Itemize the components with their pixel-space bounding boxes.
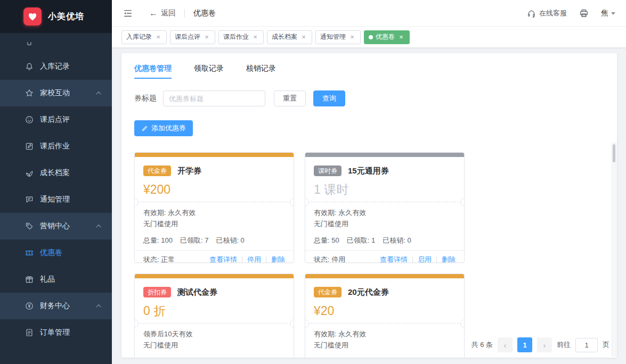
tag-label: 课后作业 bbox=[223, 32, 249, 42]
coupon-title: 测试代金券 bbox=[177, 287, 217, 297]
caret-down-icon bbox=[611, 12, 615, 15]
ticket-icon bbox=[25, 248, 34, 258]
content-area: 优惠卷管理领取记录核销记录 券标题 重置 查询 添加优惠券 代金券开学券¥200… bbox=[112, 48, 626, 364]
action-enable[interactable]: 启用 bbox=[418, 255, 432, 263]
collapse-sidebar-icon[interactable] bbox=[123, 8, 133, 19]
online-service-button[interactable]: 在线客服 bbox=[527, 9, 567, 18]
sidebar-item-label: 营销中心 bbox=[40, 221, 70, 231]
sidebar-item-after-class-review[interactable]: 课后点评 bbox=[0, 106, 112, 133]
sidebar-item-finance-center[interactable]: 财务中心 bbox=[0, 293, 112, 319]
coupon-accent-bar bbox=[135, 153, 294, 157]
page-1-button[interactable]: 1 bbox=[517, 337, 532, 352]
tab-coupon-management[interactable]: 优惠卷管理 bbox=[134, 64, 172, 79]
coupon-value: ¥200 bbox=[143, 181, 285, 197]
close-icon[interactable]: × bbox=[203, 34, 210, 41]
close-icon[interactable]: × bbox=[251, 34, 259, 41]
coupon-title: 开学券 bbox=[177, 166, 201, 176]
action-delete[interactable]: 删除 bbox=[442, 255, 456, 263]
sidebar-item-after-class-homework[interactable]: 课后作业 bbox=[0, 133, 112, 160]
tag-notice-management[interactable]: 通知管理× bbox=[315, 30, 361, 44]
sidebar-item-growth-archive[interactable]: 成长档案 bbox=[0, 160, 112, 186]
coupon-status: 状态: 正常 bbox=[143, 255, 175, 263]
app-logo: 小美优培 bbox=[0, 0, 112, 33]
close-icon[interactable]: × bbox=[300, 34, 307, 41]
printer-icon[interactable] bbox=[579, 8, 589, 19]
close-icon[interactable]: × bbox=[348, 34, 356, 41]
tag-after-class-homework[interactable]: 课后作业× bbox=[218, 30, 264, 44]
add-coupon-button[interactable]: 添加优惠券 bbox=[134, 120, 193, 136]
coupon-title-input[interactable] bbox=[163, 90, 265, 106]
coupon-value: ¥20 bbox=[314, 303, 456, 319]
search-button[interactable]: 查询 bbox=[313, 90, 345, 106]
sidebar-item-coupon[interactable]: 优惠卷 bbox=[0, 239, 112, 266]
topbar-right: 在线客服 焦 bbox=[527, 8, 615, 19]
coupon-card: 折扣券测试代金券0 折领券后10天有效无门槛使用 bbox=[134, 274, 294, 358]
smile-icon bbox=[25, 115, 34, 125]
action-view-details[interactable]: 查看详情 bbox=[209, 255, 237, 263]
tab-claim-records[interactable]: 领取记录 bbox=[194, 64, 224, 79]
action-delete[interactable]: 删除 bbox=[271, 255, 285, 263]
tag-label: 成长档案 bbox=[272, 32, 297, 42]
action-view-details[interactable]: 查看详情 bbox=[380, 255, 408, 263]
coupon-accent-bar bbox=[135, 274, 294, 278]
coupon-accent-bar bbox=[305, 153, 464, 157]
close-icon[interactable]: × bbox=[397, 34, 405, 41]
coupon-grid: 代金券开学券¥200有效期: 永久有效无门槛使用总量: 100已领取: 7已核销… bbox=[134, 152, 604, 358]
sidebar-item-label: 成长档案 bbox=[40, 168, 70, 178]
tag-inbound-records[interactable]: 入库记录× bbox=[121, 30, 167, 44]
tag-coupon[interactable]: 优惠卷× bbox=[364, 30, 410, 44]
gift-icon bbox=[25, 275, 34, 284]
coupon-panel: 优惠卷管理领取记录核销记录 券标题 重置 查询 添加优惠券 代金券开学券¥200… bbox=[121, 53, 617, 358]
coupon-card: 代金券20元代金券¥20有效期: 永久有效无门槛使用 bbox=[305, 274, 465, 358]
goto-unit-label: 页 bbox=[603, 340, 609, 350]
sidebar-menu: 入库记录家校互动课后点评课后作业成长档案通知管理营销中心优惠卷礼品财务中心订单管… bbox=[0, 33, 112, 364]
main-column: ← 返回 优惠卷 在线客服 焦 bbox=[112, 0, 626, 364]
goto-label: 前往 bbox=[557, 340, 571, 350]
heart-logo-icon bbox=[23, 7, 42, 26]
chevron-up-icon bbox=[96, 91, 101, 96]
headset-icon bbox=[527, 9, 536, 18]
coupon-stat: 已核销: 0 bbox=[216, 236, 244, 244]
coupon-perforation bbox=[135, 323, 294, 324]
reset-button[interactable]: 重置 bbox=[274, 90, 306, 106]
sidebar-item-gift[interactable]: 礼品 bbox=[0, 266, 112, 293]
tag-label: 入库记录 bbox=[126, 32, 152, 42]
back-button[interactable]: ← 返回 bbox=[149, 9, 176, 18]
back-label: 返回 bbox=[161, 9, 176, 18]
scrollbar-track[interactable] bbox=[612, 143, 616, 356]
close-icon[interactable]: × bbox=[155, 34, 162, 41]
tag-after-class-review[interactable]: 课后点评× bbox=[170, 30, 215, 44]
sidebar-item-inbound-records[interactable]: 入库记录 bbox=[0, 53, 112, 80]
sidebar-item-label: 入库记录 bbox=[40, 62, 70, 71]
sidebar-item-home-school-interaction[interactable]: 家校互动 bbox=[0, 80, 112, 106]
action-disable[interactable]: 停用 bbox=[247, 255, 261, 263]
coupon-stats: 总量: 100已领取: 7已核销: 0 bbox=[143, 236, 285, 245]
tab-redeem-records[interactable]: 核销记录 bbox=[246, 64, 276, 79]
next-page-button[interactable]: › bbox=[537, 337, 552, 352]
panel-tabs: 优惠卷管理领取记录核销记录 bbox=[134, 64, 604, 79]
tag-growth-archive[interactable]: 成长档案× bbox=[267, 30, 312, 44]
action-divider bbox=[436, 257, 437, 263]
sidebar-item-notice-management[interactable]: 通知管理 bbox=[0, 186, 112, 213]
action-divider bbox=[266, 257, 266, 263]
coupon-stat: 总量: 100 bbox=[143, 236, 173, 244]
goto-page-input[interactable] bbox=[575, 338, 598, 352]
user-menu[interactable]: 焦 bbox=[601, 9, 615, 18]
document-icon bbox=[25, 328, 34, 337]
coupon-stat: 已领取: 7 bbox=[180, 236, 208, 244]
chat-icon bbox=[25, 195, 34, 204]
prev-page-button[interactable]: ‹ bbox=[498, 337, 513, 352]
coupon-detail-line: 有效期: 永久有效 bbox=[314, 328, 456, 340]
sidebar-item-partial-item bbox=[0, 33, 112, 53]
user-name: 焦 bbox=[601, 9, 608, 18]
tag-label: 课后点评 bbox=[175, 32, 200, 42]
chevron-up-icon bbox=[96, 224, 101, 229]
coupon-title: 15元通用券 bbox=[348, 166, 389, 176]
active-tag-dot bbox=[369, 35, 373, 39]
sidebar-item-order-management[interactable]: 订单管理 bbox=[0, 319, 112, 346]
scrollbar-thumb[interactable] bbox=[613, 144, 615, 162]
pagination-total: 共 6 条 bbox=[471, 340, 493, 350]
sidebar-item-marketing-center[interactable]: 营销中心 bbox=[0, 213, 112, 239]
pencil-icon bbox=[141, 125, 148, 132]
sidebar: 小美优培 入库记录家校互动课后点评课后作业成长档案通知管理营销中心优惠卷礼品财务… bbox=[0, 0, 112, 364]
